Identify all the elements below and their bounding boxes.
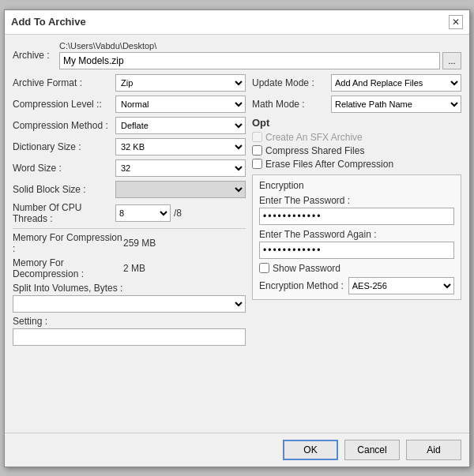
memory-decompression-value: 2 MB <box>123 263 145 274</box>
ok-button[interactable]: OK <box>283 440 338 460</box>
erase-files-label: Erase Files After Compression <box>265 159 393 170</box>
encryption-section: Encryption Enter The Password : Enter Th… <box>252 174 461 300</box>
erase-files-checkbox-row: Erase Files After Compression <box>252 159 461 170</box>
archive-path-text: C:\Users\Vabdu\Desktop\ <box>59 41 461 51</box>
title-bar: Add To Archive ✕ <box>5 10 469 35</box>
update-mode-select[interactable]: Add And Replace FilesUpdate And AddFresh… <box>331 74 461 92</box>
two-column-layout: Archive Format : Zip7ztar Compression Le… <box>13 74 461 346</box>
show-password-checkbox[interactable] <box>259 263 269 273</box>
word-size-label: Word Size : <box>13 163 115 174</box>
dialog-body: Archive : C:\Users\Vabdu\Desktop\ ... Ar… <box>5 35 469 433</box>
memory-decompression-label: Memory For Decompression : <box>13 257 123 279</box>
memory-decompression-row: Memory For Decompression : 2 MB <box>13 257 246 279</box>
cpu-threads-label: Number Of CPU Threads : <box>13 202 115 224</box>
password-label: Enter The Password : <box>259 195 454 206</box>
dictionary-size-select[interactable]: 16 KB32 KB64 KB <box>115 138 246 156</box>
archive-format-select[interactable]: Zip7ztar <box>115 74 246 92</box>
compression-method-row: Compression Method : DeflateDeflate64BZi… <box>13 117 246 134</box>
archive-input-row: ... <box>59 52 461 69</box>
setting-input[interactable] <box>13 328 246 346</box>
compression-method-select[interactable]: DeflateDeflate64BZip2 <box>115 117 246 134</box>
compression-level-label: Compression Level :: <box>13 99 115 110</box>
browse-button[interactable]: ... <box>442 52 461 69</box>
show-password-label: Show Password <box>273 263 340 274</box>
shared-files-checkbox-row: Compress Shared Files <box>252 145 461 156</box>
dialog-title: Add To Archive <box>11 16 86 28</box>
compression-method-label: Compression Method : <box>13 120 115 131</box>
word-size-row: Word Size : 8163264 <box>13 159 246 177</box>
password-input[interactable] <box>259 208 454 225</box>
erase-files-checkbox[interactable] <box>252 159 262 169</box>
compression-level-select[interactable]: StoreFastestFastNormalMaximumUltra <box>115 96 246 113</box>
encryption-method-row: Encryption Method : AES-256ZipCrypto <box>259 277 454 294</box>
math-mode-row: Math Mode : Relative Path NameFull Path … <box>252 96 461 113</box>
add-to-archive-dialog: Add To Archive ✕ Archive : C:\Users\Vabd… <box>4 9 470 467</box>
close-button[interactable]: ✕ <box>449 15 463 29</box>
password-again-input[interactable] <box>259 242 454 259</box>
compression-level-row: Compression Level :: StoreFastestFastNor… <box>13 96 246 113</box>
dictionary-size-row: Dictionary Size : 16 KB32 KB64 KB <box>13 138 246 156</box>
right-column: Update Mode : Add And Replace FilesUpdat… <box>252 74 461 346</box>
shared-files-checkbox[interactable] <box>252 145 262 156</box>
memory-compression-label: Memory For Compression : <box>13 232 123 254</box>
archive-label: Archive : <box>13 50 56 61</box>
solid-block-row: Solid Block Size : <box>13 181 246 198</box>
math-mode-label: Math Mode : <box>252 99 331 110</box>
archive-format-label: Archive Format : <box>13 77 115 88</box>
show-password-checkbox-row: Show Password <box>259 263 454 274</box>
cpu-threads-row: Number Of CPU Threads : 124816 /8 <box>13 202 246 224</box>
opt-section: Opt Create An SFX Archive Compress Share… <box>252 117 461 170</box>
left-column: Archive Format : Zip7ztar Compression Le… <box>13 74 246 346</box>
cpu-max-label: /8 <box>174 208 182 219</box>
split-section: Split Into Volumes, Bytes : <box>13 283 246 313</box>
sfx-label: Create An SFX Archive <box>265 132 363 143</box>
math-mode-select[interactable]: Relative Path NameFull Path NameAbsolute… <box>331 96 461 113</box>
word-size-select[interactable]: 8163264 <box>115 159 246 177</box>
encryption-method-select[interactable]: AES-256ZipCrypto <box>348 277 454 294</box>
shared-files-label: Compress Shared Files <box>265 145 364 156</box>
cancel-button[interactable]: Cancel <box>344 440 400 460</box>
update-mode-label: Update Mode : <box>252 77 331 88</box>
encryption-method-label: Encryption Method : <box>259 280 344 291</box>
archive-filename-input[interactable] <box>59 52 440 69</box>
setting-section: Setting : <box>13 316 246 346</box>
memory-compression-value: 259 MB <box>123 238 156 249</box>
dialog-footer: OK Cancel Aid <box>5 433 469 467</box>
solid-block-select[interactable] <box>115 181 246 198</box>
dictionary-size-label: Dictionary Size : <box>13 141 115 152</box>
encryption-title: Encryption <box>259 180 454 191</box>
password-again-label: Enter The Password Again : <box>259 229 454 240</box>
split-select[interactable] <box>13 295 246 313</box>
solid-block-label: Solid Block Size : <box>13 184 115 195</box>
archive-row: Archive : C:\Users\Vabdu\Desktop\ ... <box>13 41 461 69</box>
split-label: Split Into Volumes, Bytes : <box>13 283 246 294</box>
update-mode-row: Update Mode : Add And Replace FilesUpdat… <box>252 74 461 92</box>
memory-compression-row: Memory For Compression : 259 MB <box>13 232 246 254</box>
sfx-checkbox[interactable] <box>252 132 262 142</box>
opt-title: Opt <box>252 117 461 129</box>
sfx-checkbox-row: Create An SFX Archive <box>252 132 461 143</box>
aid-button[interactable]: Aid <box>406 440 461 460</box>
archive-format-row: Archive Format : Zip7ztar <box>13 74 246 92</box>
cpu-threads-select[interactable]: 124816 <box>115 204 171 222</box>
setting-label: Setting : <box>13 316 246 327</box>
archive-path-block: C:\Users\Vabdu\Desktop\ ... <box>59 41 461 69</box>
